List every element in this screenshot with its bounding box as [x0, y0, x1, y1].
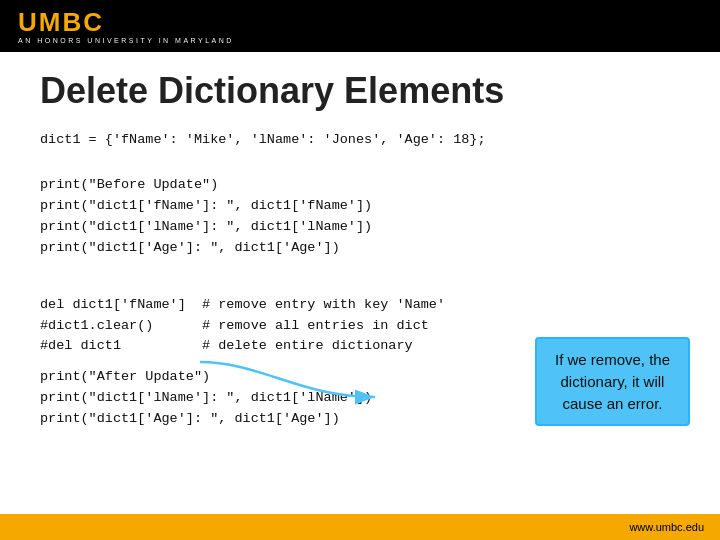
code-block1: print("Before Update") print("dict1['fNa…	[40, 175, 680, 259]
header-bar: UMBC AN HONORS UNIVERSITY IN MARYLAND	[0, 0, 720, 52]
footer-bar: www.umbc.edu	[0, 514, 720, 540]
main-content: Delete Dictionary Elements dict1 = {'fNa…	[0, 52, 720, 440]
logo-subtitle: AN HONORS UNIVERSITY IN MARYLAND	[18, 37, 234, 44]
code-line1: dict1 = {'fName': 'Mike', 'lName': 'Jone…	[40, 130, 680, 151]
footer-url: www.umbc.edu	[629, 521, 704, 533]
tooltip-box: If we remove, the dictionary, it will ca…	[535, 337, 690, 426]
page-title: Delete Dictionary Elements	[40, 70, 680, 112]
umbc-logo: UMBC AN HONORS UNIVERSITY IN MARYLAND	[18, 9, 234, 44]
arrow-icon	[200, 352, 380, 407]
logo-text: UMBC	[18, 9, 234, 35]
tooltip-text: If we remove, the dictionary, it will ca…	[555, 351, 670, 412]
